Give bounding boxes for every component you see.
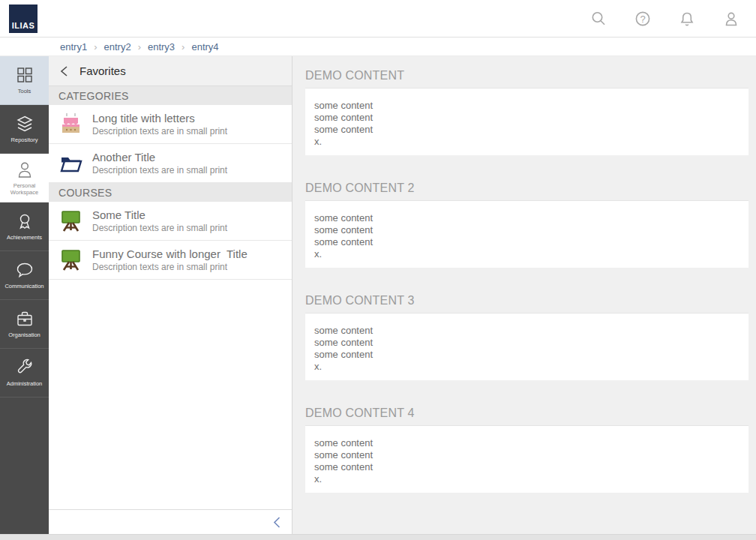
panel-body: some content some content some content x…: [305, 426, 748, 493]
course-easel-icon: [58, 208, 83, 233]
list-item-course-2[interactable]: Funny Course with longer Title Descripti…: [49, 241, 292, 280]
panel-body: some content some content some content x…: [305, 88, 748, 155]
ilias-logo[interactable]: ILIAS: [9, 4, 38, 33]
sidebar-item-label: Achievements: [7, 235, 42, 241]
item-description: Description texts are in small print: [92, 126, 227, 136]
content-line: some content: [314, 124, 740, 136]
breadcrumb: entry1 › entry2 › entry3 › entry4: [0, 38, 756, 56]
notifications-bell-icon[interactable]: [679, 10, 695, 27]
header-icon-group: ?: [590, 10, 740, 27]
content-line: some content: [314, 349, 740, 361]
svg-text:?: ?: [640, 13, 645, 24]
panel-body: some content some content some content x…: [305, 201, 748, 268]
content-line: some content: [314, 325, 740, 337]
sidebar-item-label: Organisation: [8, 332, 40, 338]
item-title: Another Title: [92, 151, 227, 164]
sidebar-item-label: Tools: [18, 88, 32, 94]
list-item-category-1[interactable]: Long title with letters Description text…: [49, 105, 292, 144]
breadcrumb-separator: ›: [138, 41, 141, 52]
briefcase-icon: [15, 309, 34, 328]
demo-content-panel-3: DEMO CONTENT 3 some content some content…: [305, 294, 748, 380]
user-icon[interactable]: [723, 10, 740, 27]
content-line: x.: [314, 136, 740, 148]
content-line: some content: [314, 236, 740, 248]
main-sidebar: Tools Repository Personal Workspace Achi…: [0, 56, 49, 534]
content-line: some content: [314, 212, 740, 224]
slate-footer: [49, 509, 292, 534]
panel-title: DEMO CONTENT 3: [305, 294, 748, 314]
search-icon[interactable]: [590, 10, 607, 27]
top-header: ILIAS ?: [0, 0, 756, 38]
content-line: some content: [314, 337, 740, 349]
item-title: Some Title: [92, 208, 227, 221]
item-title: Long title with letters: [92, 112, 227, 124]
slate-title: Favorites: [80, 64, 126, 77]
speech-bubble-icon: [15, 260, 34, 280]
bottom-strip: [0, 534, 756, 540]
layers-icon: [15, 114, 34, 134]
sidebar-item-communication[interactable]: Communication: [0, 251, 49, 300]
grid-icon: [15, 65, 34, 85]
section-header-courses: COURSES: [49, 183, 292, 202]
panel-title: DEMO CONTENT: [305, 69, 748, 88]
breadcrumb-entry4[interactable]: entry4: [191, 41, 218, 52]
collapse-chevron-icon[interactable]: [272, 516, 281, 529]
sidebar-item-achievements[interactable]: Achievements: [0, 202, 49, 251]
content-line: some content: [314, 461, 740, 473]
panel-title: DEMO CONTENT 2: [305, 182, 748, 201]
help-icon[interactable]: ?: [634, 10, 651, 27]
slate-back-header[interactable]: Favorites: [49, 56, 292, 86]
content-line: some content: [314, 100, 740, 112]
list-item-category-2[interactable]: Another Title Description texts are in s…: [49, 144, 292, 183]
sidebar-item-label: Repository: [11, 137, 38, 143]
section-header-categories: CATEGORIES: [49, 86, 292, 105]
list-item-course-1[interactable]: Some Title Description texts are in smal…: [49, 202, 292, 241]
demo-content-panel-1: DEMO CONTENT some content some content s…: [305, 69, 748, 155]
person-icon: [15, 160, 34, 179]
slate-empty-space: [49, 280, 292, 509]
content-line: some content: [314, 112, 740, 124]
demo-content-panel-2: DEMO CONTENT 2 some content some content…: [305, 182, 748, 268]
award-icon: [15, 212, 34, 231]
breadcrumb-entry2[interactable]: entry2: [104, 41, 130, 52]
breadcrumb-separator: ›: [182, 41, 184, 52]
item-description: Description texts are in small print: [92, 262, 248, 272]
content-line: some content: [314, 437, 740, 449]
breadcrumb-entry1[interactable]: entry1: [60, 41, 87, 52]
favorites-slate: Favorites CATEGORIES Long title with let…: [49, 56, 292, 534]
item-title: Funny Course with longer Title: [92, 248, 248, 260]
breadcrumb-entry3[interactable]: entry3: [148, 41, 175, 52]
sidebar-item-personal-workspace[interactable]: Personal Workspace: [0, 154, 49, 202]
content-line: x.: [314, 473, 740, 485]
sidebar-item-label: Communication: [4, 284, 44, 290]
breadcrumb-separator: ›: [94, 41, 97, 52]
folder-icon: [58, 151, 83, 176]
content-line: x.: [314, 248, 740, 260]
sidebar-item-repository[interactable]: Repository: [0, 105, 49, 154]
item-description: Description texts are in small print: [92, 223, 227, 233]
content-line: x.: [314, 361, 740, 373]
course-easel-icon: [58, 248, 83, 272]
item-description: Description texts are in small print: [92, 165, 227, 176]
content-line: some content: [314, 449, 740, 461]
cake-icon: [58, 112, 83, 136]
sidebar-item-organisation[interactable]: Organisation: [0, 300, 49, 349]
main-content: DEMO CONTENT some content some content s…: [292, 56, 756, 534]
sidebar-filler: [0, 398, 49, 534]
panel-title: DEMO CONTENT 4: [305, 406, 748, 426]
demo-content-panel-4: DEMO CONTENT 4 some content some content…: [305, 406, 748, 493]
content-line: some content: [314, 224, 740, 236]
sidebar-item-label: Administration: [7, 381, 43, 387]
wrench-icon: [15, 358, 34, 377]
sidebar-item-administration[interactable]: Administration: [0, 349, 49, 398]
sidebar-item-tools[interactable]: Tools: [0, 56, 49, 105]
panel-body: some content some content some content x…: [305, 314, 748, 380]
back-chevron-icon: [59, 65, 69, 77]
sidebar-item-label: Personal Workspace: [2, 183, 48, 196]
